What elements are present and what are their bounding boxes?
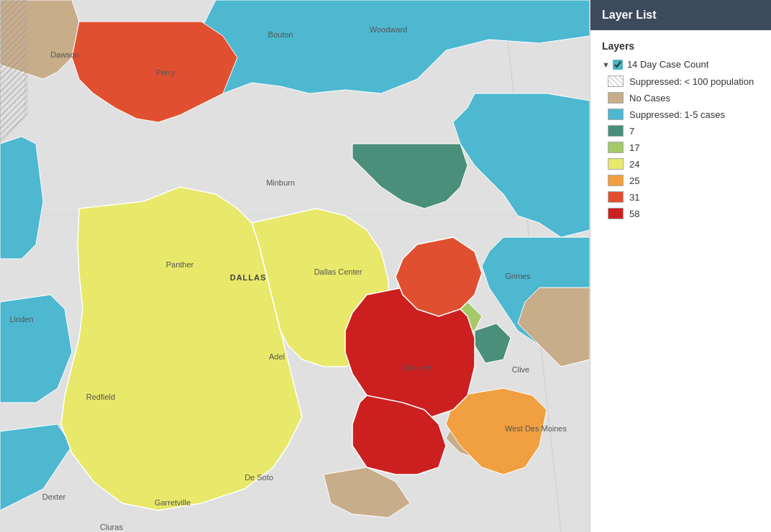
legend-item-7: 7: [608, 125, 759, 137]
legend-swatch-7: [608, 125, 624, 137]
label-west-des-moines: West Des Moines: [505, 424, 567, 433]
legend-item-25: 25: [608, 175, 759, 186]
legend-label-25: 25: [629, 175, 639, 186]
map-container[interactable]: Bouton Woodward Dawson Perry Minburn Pan…: [0, 0, 590, 532]
legend-swatch-no-cases: [608, 92, 624, 104]
legend-item-58: 58: [608, 208, 759, 219]
label-bouton: Bouton: [268, 30, 293, 39]
legend-item-24: 24: [608, 158, 759, 170]
legend-item-suppressed-1-5: Suppressed: 1-5 cases: [608, 109, 759, 120]
legend-item-suppressed-pop: Suppressed: < 100 population: [608, 75, 759, 87]
layer-panel: Layer List Layers ▼ 14 Day Case Count Su…: [590, 0, 771, 532]
legend-swatch-24: [608, 158, 624, 170]
legend-item-31: 31: [608, 191, 759, 203]
label-woodward: Woodward: [370, 25, 407, 34]
chevron-down-icon: ▼: [602, 60, 610, 69]
label-waukee: Waukee: [403, 363, 432, 372]
label-clive: Clive: [512, 365, 529, 374]
label-perry: Perry: [156, 68, 175, 77]
label-panther: Panther: [166, 260, 194, 269]
legend-item-17: 17: [608, 142, 759, 153]
svg-marker-4: [0, 137, 43, 259]
label-dexter: Dexter: [42, 492, 66, 501]
legend-swatch-hatched: [608, 75, 624, 87]
legend-label-7: 7: [629, 126, 634, 137]
label-dallas-center: Dallas Center: [314, 267, 362, 276]
label-de-soto: De Soto: [245, 473, 273, 482]
legend-swatch-25: [608, 175, 624, 186]
layers-section-title: Layers: [602, 40, 759, 52]
legend-label-17: 17: [629, 142, 639, 153]
label-grimes: Grimes: [505, 272, 531, 280]
label-garretville: Garretville: [155, 498, 191, 507]
legend-label-no-cases: No Cases: [629, 93, 670, 104]
legend-swatch-suppressed-1-5: [608, 109, 624, 120]
legend-item-no-cases: No Cases: [608, 92, 759, 104]
label-dallas: DALLAS: [230, 273, 267, 282]
legend-swatch-31: [608, 191, 624, 203]
label-dawson: Dawson: [50, 50, 79, 59]
layer-panel-header: Layer List: [590, 0, 771, 30]
legend-label-31: 31: [629, 192, 639, 203]
label-linden: Linden: [9, 315, 33, 324]
layer-checkbox-14day[interactable]: [613, 60, 623, 70]
layer-row-14day[interactable]: ▼ 14 Day Case Count: [602, 59, 759, 70]
label-minburn: Minburn: [266, 178, 295, 187]
label-redfield: Redfield: [86, 393, 115, 401]
legend-label-24: 24: [629, 159, 639, 170]
legend-label-suppressed-pop: Suppressed: < 100 population: [629, 76, 754, 87]
label-cluras: Cluras: [100, 523, 123, 531]
legend-label-suppressed-1-5: Suppressed: 1-5 cases: [629, 109, 725, 120]
legend-swatch-58: [608, 208, 624, 219]
layer-name-14day: 14 Day Case Count: [627, 59, 708, 70]
legend-label-58: 58: [629, 208, 639, 219]
legend-section: Suppressed: < 100 population No Cases Su…: [602, 75, 759, 219]
layer-panel-body: Layers ▼ 14 Day Case Count Suppressed: <…: [590, 30, 771, 234]
layer-panel-title: Layer List: [602, 9, 657, 21]
legend-swatch-17: [608, 142, 624, 153]
label-adel: Adel: [269, 352, 285, 361]
